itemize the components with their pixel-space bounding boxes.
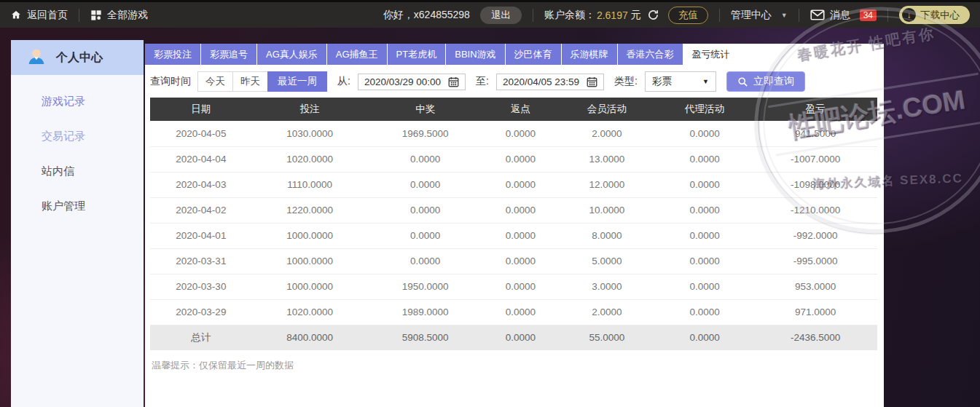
tab-item[interactable]: BBIN游戏	[446, 44, 504, 65]
table-cell: 1030.0000	[252, 121, 368, 146]
profit-loss-table: 日期投注中奖返点会员活动代理活动盈亏 2020-04-051030.000019…	[150, 98, 877, 350]
recharge-button[interactable]: 充值	[668, 7, 708, 24]
type-label: 类型:	[614, 75, 638, 88]
divider	[79, 9, 79, 22]
sidebar: 个人中心 游戏记录交易记录站内信账户管理	[11, 40, 144, 407]
sidebar-item[interactable]: 交易记录	[11, 119, 144, 154]
tab-item[interactable]: 彩票投注	[145, 44, 200, 65]
table-cell: 0.0000	[656, 172, 753, 197]
tab-profit-loss-active[interactable]: 盈亏统计	[683, 44, 739, 65]
table-cell: 2020-04-01	[150, 223, 252, 248]
tab-item[interactable]: 乐游棋牌	[562, 44, 617, 65]
download-center-label: 下载中心	[920, 9, 960, 22]
sidebar-header: 个人中心	[11, 40, 144, 75]
envelope-icon	[810, 9, 825, 20]
table-cell: 0.0000	[656, 299, 753, 325]
table-header-cell: 投注	[252, 98, 368, 121]
table-row: 2020-04-011000.00000.00000.00008.00000.0…	[150, 223, 877, 248]
table-cell: 1020.0000	[252, 299, 368, 325]
table-cell: -995.0000	[753, 248, 877, 274]
messages-menu[interactable]: 消息 34	[810, 9, 877, 22]
table-cell: 0.0000	[483, 197, 558, 223]
table-header-cell: 代理活动	[656, 98, 753, 121]
table-header-row: 日期投注中奖返点会员活动代理活动盈亏	[150, 98, 877, 121]
table-cell: 1020.0000	[252, 146, 368, 172]
total-cell: -2436.5000	[753, 325, 877, 350]
search-icon	[737, 76, 748, 87]
last-week-button[interactable]: 最近一周	[267, 71, 327, 92]
table-cell: 1220.0000	[252, 197, 368, 223]
search-button[interactable]: 立即查询	[726, 71, 805, 92]
balance-value: 2.6197	[597, 9, 628, 21]
sidebar-item[interactable]: 游戏记录	[11, 84, 144, 119]
query-toolbar: 查询时间 今天 昨天 最近一周 从: 2020/03/29 00:00 至: 2…	[150, 71, 884, 92]
tab-item[interactable]: AG捕鱼王	[327, 44, 387, 65]
game-tabs: 彩票投注彩票追号AG真人娱乐AG捕鱼王PT老虎机BBIN游戏沙巴体育乐游棋牌香港…	[145, 44, 884, 65]
table-cell: 0.0000	[656, 223, 753, 248]
yesterday-button[interactable]: 昨天	[232, 71, 268, 92]
logout-button[interactable]: 退出	[480, 7, 522, 24]
total-cell: 总计	[150, 325, 252, 350]
today-button[interactable]: 今天	[197, 71, 233, 92]
refresh-balance-icon[interactable]	[647, 9, 659, 21]
table-cell: -992.0000	[753, 223, 877, 248]
date-from-input[interactable]: 2020/03/29 00:00	[358, 74, 466, 90]
table-cell: 2020-03-30	[150, 274, 252, 299]
divider	[719, 9, 720, 22]
table-cell: 0.0000	[656, 146, 753, 172]
table-cell: 2.0000	[558, 121, 656, 146]
tab-item[interactable]: AG真人娱乐	[257, 44, 326, 65]
back-home-link[interactable]: 返回首页	[10, 9, 68, 22]
table-cell: 0.0000	[656, 248, 753, 274]
to-label: 至:	[476, 75, 489, 88]
tab-item[interactable]: 彩票追号	[201, 44, 256, 65]
table-cell: -1098.0000	[753, 172, 877, 197]
download-center-button[interactable]: ↓ 下载中心	[899, 6, 970, 24]
tab-item[interactable]: PT老虎机	[388, 44, 446, 65]
messages-label: 消息	[830, 9, 850, 22]
table-cell: 1950.0000	[367, 274, 483, 299]
grid-icon	[90, 9, 102, 21]
total-cell: 0.0000	[656, 325, 753, 350]
table-cell: 941.5000	[753, 121, 877, 146]
admin-center-menu[interactable]: 管理中心 ▼	[731, 9, 788, 22]
sidebar-item[interactable]: 账户管理	[11, 189, 144, 224]
table-header-cell: 返点	[483, 98, 558, 121]
table-cell: 971.0000	[753, 299, 877, 325]
table-cell: 0.0000	[656, 121, 753, 146]
user-greeting: 你好，x624855298	[383, 9, 470, 22]
home-icon	[10, 9, 22, 20]
table-cell: 2020-04-02	[150, 197, 252, 223]
query-time-label: 查询时间	[150, 75, 191, 88]
table-cell: 0.0000	[367, 223, 483, 248]
table-cell: 2020-04-04	[150, 146, 252, 172]
table-cell: 0.0000	[483, 274, 558, 299]
table-cell: 5.0000	[558, 248, 656, 274]
balance-unit: 元	[631, 9, 641, 22]
tab-item[interactable]: 香港六合彩	[618, 44, 683, 65]
date-to-input[interactable]: 2020/04/05 23:59	[496, 74, 604, 90]
tab-item[interactable]: 沙巴体育	[506, 44, 561, 65]
from-label: 从:	[337, 75, 350, 88]
total-cell: 55.0000	[558, 325, 656, 350]
all-games-link[interactable]: 全部游戏	[90, 9, 148, 22]
search-button-label: 立即查询	[753, 75, 794, 88]
table-cell: 2020-03-29	[150, 299, 252, 325]
table-cell: -1210.0000	[753, 197, 877, 223]
table-cell: 13.0000	[558, 146, 656, 172]
table-row: 2020-04-021220.00000.00000.000010.00000.…	[150, 197, 877, 223]
table-cell: 0.0000	[367, 197, 483, 223]
date-from-value: 2020/03/29 00:00	[364, 76, 441, 87]
main-panel: 彩票投注彩票追号AG真人娱乐AG捕鱼王PT老虎机BBIN游戏沙巴体育乐游棋牌香港…	[145, 44, 884, 407]
sidebar-item[interactable]: 站内信	[11, 154, 144, 189]
type-select[interactable]: 彩票 ▼	[645, 71, 716, 92]
table-cell: 2020-03-31	[150, 248, 252, 274]
table-cell: 2020-04-05	[150, 121, 252, 146]
table-cell: 0.0000	[483, 223, 558, 248]
table-cell: 10.0000	[558, 197, 656, 223]
table-header-cell: 中奖	[367, 98, 483, 121]
date-to-value: 2020/04/05 23:59	[503, 76, 579, 87]
table-cell: 8.0000	[558, 223, 656, 248]
back-home-label: 返回首页	[27, 9, 68, 22]
table-cell: 0.0000	[367, 172, 483, 197]
